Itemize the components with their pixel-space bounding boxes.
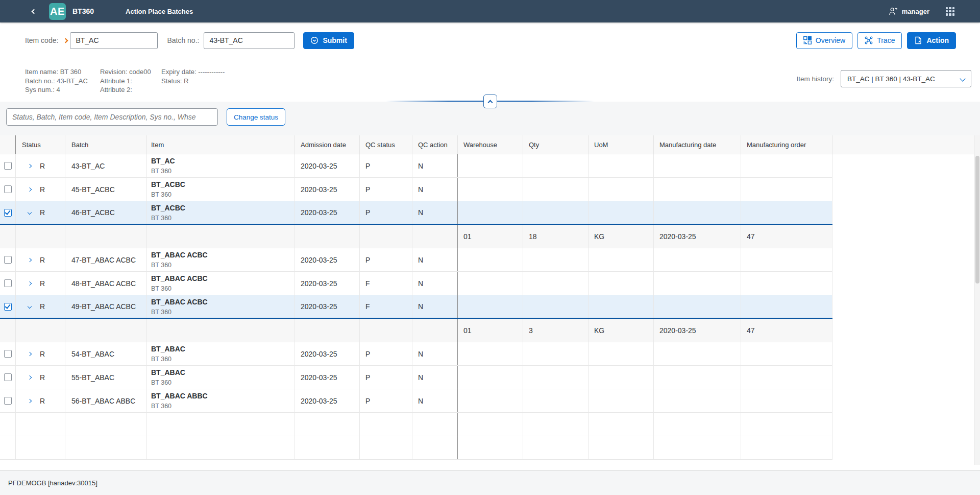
- collapse-button[interactable]: [483, 95, 497, 108]
- mandatory-chevron-icon: [63, 38, 68, 43]
- warehouse-cell: [458, 178, 523, 201]
- warehouse-cell: [458, 366, 523, 389]
- row-checkbox[interactable]: [4, 279, 12, 287]
- column-header-qc-action[interactable]: QC action: [412, 135, 458, 154]
- column-header-qty[interactable]: Qty: [523, 135, 589, 154]
- column-header-manufacturing-date[interactable]: Manufacturing date: [654, 135, 741, 154]
- column-header-status[interactable]: Status: [16, 135, 65, 154]
- table-detail-row: 01 18 KG 2020-03-25 47: [0, 225, 832, 248]
- item-subtitle: BT 360: [151, 215, 185, 222]
- row-checkbox[interactable]: [4, 162, 12, 170]
- batch-cell: 45-BT_ACBC: [65, 178, 147, 201]
- vertical-scrollbar[interactable]: [974, 135, 980, 465]
- column-header-admission-date[interactable]: Admission date: [295, 135, 360, 154]
- column-header-batch[interactable]: Batch: [65, 135, 147, 154]
- status-text: R: [40, 397, 45, 405]
- expand-chevron-icon[interactable]: [26, 397, 33, 405]
- column-header-qc-status[interactable]: QC status: [360, 135, 412, 154]
- expand-chevron-icon[interactable]: [26, 374, 33, 381]
- row-checkbox-checked[interactable]: [4, 209, 12, 217]
- column-header-select[interactable]: [0, 135, 16, 154]
- expand-chevron-icon[interactable]: [26, 256, 33, 264]
- change-status-label: Change status: [234, 113, 278, 121]
- user-name: manager: [902, 8, 929, 15]
- row-checkbox[interactable]: [4, 185, 12, 193]
- table-empty-row: [0, 413, 832, 436]
- info-column-2: Revision: code00 Attribute 1: Attribute …: [100, 67, 161, 95]
- column-header-item[interactable]: Item: [147, 135, 295, 154]
- table-row[interactable]: R 45-BT_ACBC BT_ACBCBT 360 2020-03-25 P …: [0, 178, 832, 201]
- qc-status-cell: F: [360, 295, 412, 318]
- trace-icon: [865, 36, 873, 44]
- mfg-order-cell: [741, 272, 832, 295]
- row-checkbox[interactable]: [4, 256, 12, 264]
- column-header-uom[interactable]: UoM: [589, 135, 654, 154]
- collapse-chevron-icon[interactable]: [26, 209, 33, 216]
- column-header-warehouse[interactable]: Warehouse: [458, 135, 523, 154]
- row-checkbox-checked[interactable]: [4, 303, 12, 311]
- scrollbar-thumb[interactable]: [975, 156, 979, 284]
- batch-no-label: Batch no.:: [167, 36, 199, 44]
- row-checkbox[interactable]: [4, 397, 12, 405]
- action-label: Action: [926, 36, 949, 44]
- collapse-chevron-icon[interactable]: [26, 303, 33, 310]
- column-header-manufacturing-order[interactable]: Manufacturing order: [741, 135, 832, 154]
- mfg-date-cell: [654, 366, 741, 389]
- trace-button[interactable]: Trace: [857, 32, 902, 49]
- qc-action-cell: N: [412, 248, 458, 271]
- expand-chevron-icon[interactable]: [26, 280, 33, 287]
- admission-date-cell: 2020-03-25: [295, 342, 360, 365]
- uom-cell: KG: [589, 319, 654, 342]
- submit-button[interactable]: Submit: [303, 32, 354, 49]
- expand-chevron-icon[interactable]: [26, 186, 33, 193]
- apps-grid-icon[interactable]: [946, 7, 954, 16]
- item-history-select[interactable]: BT_AC | BT 360 | 43-BT_AC: [841, 70, 971, 87]
- status-text: R: [40, 256, 45, 264]
- batch-cell: 47-BT_ABAC ACBC: [65, 248, 147, 271]
- item-code-label: Item code:: [25, 36, 58, 44]
- table-row-selected[interactable]: R 46-BT_ACBC BT_ACBCBT 360 2020-03-25 P …: [0, 201, 832, 225]
- table-row[interactable]: R 56-BT_ABAC ABBC BT_ABAC ABBCBT 360 202…: [0, 389, 832, 413]
- uom-cell: [589, 201, 654, 224]
- row-checkbox[interactable]: [4, 350, 12, 358]
- mfg-order-cell: 47: [741, 319, 832, 342]
- uom-cell: [589, 342, 654, 365]
- table-row[interactable]: R 43-BT_AC BT_ACBT 360 2020-03-25 P N: [0, 154, 832, 178]
- expand-chevron-icon[interactable]: [26, 162, 33, 170]
- warehouse-cell: [458, 154, 523, 177]
- search-input[interactable]: [6, 108, 218, 126]
- overview-button[interactable]: Overview: [796, 32, 852, 49]
- qc-status-cell: P: [360, 178, 412, 201]
- app-logo-text: AE: [50, 6, 65, 17]
- back-button[interactable]: [28, 5, 40, 17]
- mfg-order-cell: [741, 342, 832, 365]
- qty-cell: [523, 201, 589, 224]
- action-button[interactable]: Action: [907, 32, 956, 49]
- table-row[interactable]: R 55-BT_ABAC BT_ABACBT 360 2020-03-25 P …: [0, 366, 832, 389]
- app-title: Action Place Batches: [126, 8, 193, 15]
- expand-chevron-icon[interactable]: [26, 350, 33, 358]
- status-bar: PFDEMOGB [hanadev:30015]: [0, 470, 980, 495]
- qc-status-cell: P: [360, 248, 412, 271]
- batch-cell: 54-BT_ABAC: [65, 342, 147, 365]
- table-row[interactable]: R 54-BT_ABAC BT_ABACBT 360 2020-03-25 P …: [0, 342, 832, 366]
- table-row[interactable]: R 48-BT_ABAC ACBC BT_ABAC ACBCBT 360 202…: [0, 272, 832, 295]
- change-status-button[interactable]: Change status: [227, 108, 285, 126]
- batch-cell: 43-BT_AC: [65, 154, 147, 177]
- admission-date-cell: 2020-03-25: [295, 389, 360, 412]
- batch-no-input[interactable]: [204, 32, 295, 49]
- select-chevron-icon: [960, 76, 965, 81]
- row-checkbox[interactable]: [4, 373, 12, 381]
- batch-info-panel: Item name: BT 360 Batch no.: 43-BT_AC Sy…: [0, 51, 980, 101]
- app-code: BT360: [72, 7, 94, 15]
- item-name: BT_ABAC: [151, 368, 185, 376]
- item-subtitle: BT 360: [151, 309, 208, 316]
- table-row[interactable]: R 47-BT_ABAC ACBC BT_ABAC ACBCBT 360 202…: [0, 248, 832, 272]
- user-menu[interactable]: manager: [889, 7, 929, 15]
- table-row-selected[interactable]: R 49-BT_ABAC ACBC BT_ABAC ACBCBT 360 202…: [0, 295, 832, 319]
- item-code-input[interactable]: [70, 32, 158, 49]
- warehouse-cell: [458, 342, 523, 365]
- submit-label: Submit: [323, 36, 347, 44]
- batch-cell: 55-BT_ABAC: [65, 366, 147, 389]
- status-text: R: [40, 279, 45, 288]
